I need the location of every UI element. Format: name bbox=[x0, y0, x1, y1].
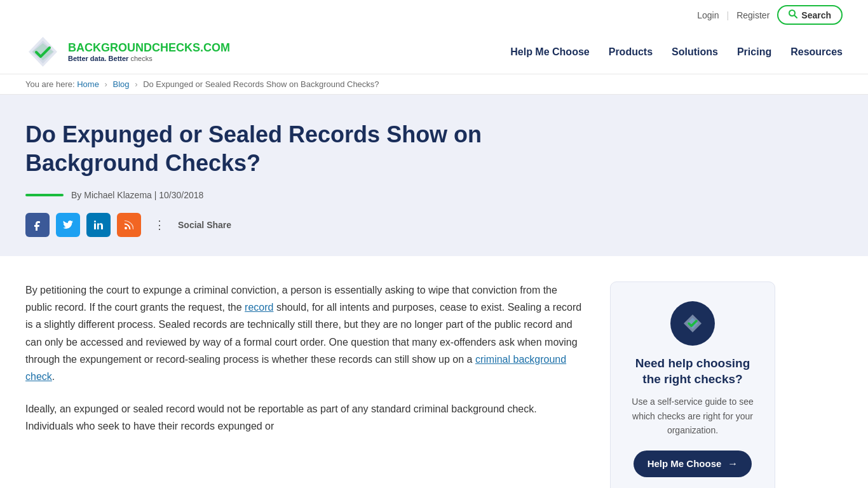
breadcrumb-arrow: › bbox=[105, 79, 107, 89]
record-link[interactable]: record bbox=[245, 302, 273, 313]
breadcrumb-arrow-2: › bbox=[135, 79, 137, 89]
author-bar bbox=[25, 194, 64, 196]
main-nav: BACKGROUNDCHECKS.COM Better data. Better… bbox=[0, 30, 868, 74]
logo[interactable]: BACKGROUNDCHECKS.COM Better data. Better… bbox=[25, 34, 230, 69]
sidebar-card: Need help choosing the right checks? Use… bbox=[610, 281, 775, 488]
logo-brand-second: CHECKS.COM bbox=[152, 41, 230, 54]
help-me-choose-label: Help Me Choose bbox=[648, 458, 722, 469]
logo-tagline: Better data. Better checks bbox=[68, 55, 230, 62]
svg-point-7 bbox=[125, 227, 127, 229]
logo-icon bbox=[25, 34, 60, 69]
facebook-share-button[interactable] bbox=[25, 213, 50, 237]
login-link[interactable]: Login bbox=[697, 10, 719, 20]
search-label: Search bbox=[801, 10, 831, 20]
svg-line-1 bbox=[794, 15, 797, 18]
svg-point-6 bbox=[94, 220, 96, 222]
content-area: By petitioning the court to expunge a cr… bbox=[0, 256, 813, 488]
linkedin-share-button[interactable] bbox=[86, 213, 111, 237]
nav-pricing[interactable]: Pricing bbox=[737, 41, 771, 63]
sidebar-card-title: Need help choosing the right checks? bbox=[626, 356, 759, 387]
nav-help-me-choose[interactable]: Help Me Choose bbox=[510, 41, 589, 63]
article-title: Do Expunged or Sealed Records Show on Ba… bbox=[25, 120, 508, 177]
logo-brand-first: BACKGROUND bbox=[68, 41, 152, 54]
search-button[interactable]: Search bbox=[777, 5, 843, 25]
nav-links: Help Me Choose Products Solutions Pricin… bbox=[510, 41, 843, 63]
author-line: By Michael Klazema | 10/30/2018 bbox=[25, 190, 843, 200]
article-header: Do Expunged or Sealed Records Show on Ba… bbox=[0, 95, 868, 256]
breadcrumb: You are here: Home › Blog › Do Expunged … bbox=[0, 74, 868, 95]
breadcrumb-home[interactable]: Home bbox=[77, 79, 99, 89]
criminal-background-check-link[interactable]: criminal background check bbox=[25, 354, 566, 382]
breadcrumb-prefix: You are here: bbox=[25, 79, 75, 89]
article-paragraph-1: By petitioning the court to expunge a cr… bbox=[25, 281, 585, 385]
arrow-right-icon: → bbox=[728, 458, 738, 470]
sidebar: Need help choosing the right checks? Use… bbox=[610, 281, 775, 488]
breadcrumb-blog[interactable]: Blog bbox=[113, 79, 130, 89]
nav-resources[interactable]: Resources bbox=[790, 41, 843, 63]
author-text: By Michael Klazema | 10/30/2018 bbox=[71, 190, 203, 200]
social-share-bar: ⋮ Social Share bbox=[25, 213, 843, 237]
logo-text: BACKGROUNDCHECKS.COM Better data. Better… bbox=[68, 41, 230, 62]
separator: | bbox=[727, 10, 729, 20]
breadcrumb-current: Do Expunged or Sealed Records Show on Ba… bbox=[143, 79, 379, 89]
twitter-share-button[interactable] bbox=[56, 213, 80, 237]
search-icon bbox=[789, 10, 797, 20]
nav-products[interactable]: Products bbox=[609, 41, 653, 63]
social-share-label: Social Share bbox=[178, 220, 231, 230]
top-bar: Login | Register Search bbox=[0, 0, 868, 30]
sidebar-card-desc: Use a self-service guide to see which ch… bbox=[626, 395, 759, 437]
help-me-choose-cta[interactable]: Help Me Choose → bbox=[634, 451, 752, 477]
logo-brand: BACKGROUNDCHECKS.COM bbox=[68, 41, 230, 55]
sidebar-card-icon bbox=[670, 301, 715, 346]
rss-share-button[interactable] bbox=[117, 213, 141, 237]
svg-rect-5 bbox=[94, 224, 96, 230]
register-link[interactable]: Register bbox=[736, 10, 770, 20]
article-paragraph-2: Ideally, an expunged or sealed record wo… bbox=[25, 400, 585, 435]
more-share-button[interactable]: ⋮ bbox=[147, 213, 172, 237]
article-body: By petitioning the court to expunge a cr… bbox=[25, 281, 585, 488]
nav-solutions[interactable]: Solutions bbox=[672, 41, 718, 63]
